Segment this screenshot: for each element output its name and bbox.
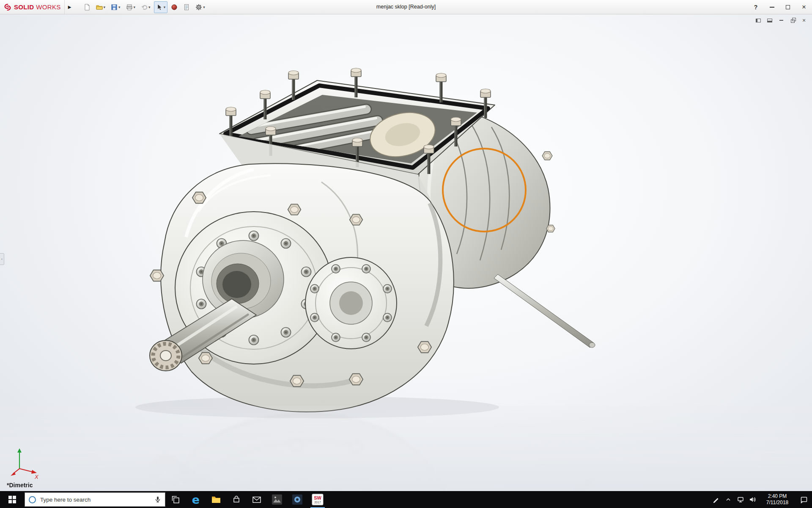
triad-y-arrow [17, 448, 22, 453]
window-caption-controls: ? × [748, 0, 812, 14]
minimize-icon [770, 7, 774, 8]
hidden-icons-button[interactable] [722, 491, 734, 508]
store-icon [233, 496, 240, 503]
pen-workspace-button[interactable] [710, 491, 722, 508]
file-explorer-button[interactable] [206, 491, 226, 508]
volume-button[interactable] [746, 491, 759, 508]
microphone-icon[interactable] [154, 496, 161, 503]
file-properties-button[interactable] [181, 1, 192, 13]
taskbar-clock[interactable]: 2:40 PM 7/11/2018 [759, 491, 796, 508]
close-button[interactable]: × [796, 0, 812, 14]
store-button[interactable] [226, 491, 247, 508]
rebuild-icon [171, 4, 178, 11]
rebuild-button[interactable] [169, 1, 180, 13]
document-pane-left-button[interactable] [754, 17, 762, 24]
titlebar: SOLIDWORKS ▶ ▾ [0, 0, 812, 14]
options-button[interactable]: ▾ [193, 1, 207, 13]
print-icon [126, 4, 133, 11]
view-orientation-label: *Dimetric [7, 482, 33, 489]
system-tray: 2:40 PM 7/11/2018 [710, 491, 812, 508]
solidworks-app-icon: SW 2017 [312, 494, 324, 505]
document-minimize-icon [779, 20, 783, 21]
options-dropdown-arrow[interactable]: ▾ [203, 5, 205, 9]
dassault-logo-icon [3, 3, 12, 11]
mail-button[interactable] [247, 491, 267, 508]
open-button[interactable]: ▾ [94, 1, 108, 13]
pane-bottom-icon [767, 19, 772, 22]
new-document-icon [84, 4, 91, 11]
select-dropdown-arrow[interactable]: ▾ [164, 5, 166, 9]
network-icon [737, 496, 744, 503]
action-center-button[interactable] [796, 491, 812, 508]
model-canvas[interactable] [0, 14, 812, 491]
save-button[interactable]: ▾ [109, 1, 123, 13]
task-view-icon [171, 495, 180, 504]
pinned-app-media-button[interactable] [287, 491, 307, 508]
solidworks-application: SOLIDWORKS ▶ ▾ [0, 0, 812, 508]
pane-left-icon [756, 19, 761, 22]
document-close-button[interactable]: × [800, 17, 808, 24]
save-dropdown-arrow[interactable]: ▾ [118, 5, 121, 9]
print-button[interactable]: ▾ [124, 1, 138, 13]
speaker-icon [749, 496, 756, 503]
collapsed-panel-tab[interactable]: ‹ [0, 253, 4, 265]
document-window-controls: × [754, 17, 808, 24]
solidworks-icon-year: 2017 [314, 501, 321, 504]
new-document-button[interactable] [82, 1, 93, 13]
open-folder-icon [96, 4, 103, 11]
file-properties-icon [183, 4, 190, 11]
menu-flyout-button[interactable]: ▶ [64, 0, 75, 14]
triad-x-arrow [31, 470, 37, 474]
chevron-up-icon [725, 496, 732, 503]
solidworks-icon-label: SW [314, 495, 321, 500]
gear-icon [195, 4, 202, 11]
media-app-icon [292, 494, 303, 505]
brand-text-works: WORKS [36, 3, 60, 11]
windows-taskbar: e [0, 491, 812, 508]
gearbox-3d-model[interactable] [150, 68, 595, 412]
document-restore-button[interactable] [789, 17, 796, 24]
print-dropdown-arrow[interactable]: ▾ [134, 5, 136, 9]
clock-date: 7/11/2018 [766, 500, 789, 506]
solidworks-brand: SOLIDWORKS [0, 3, 64, 11]
edge-icon: e [192, 494, 200, 505]
edge-button[interactable]: e [186, 491, 206, 508]
network-button[interactable] [734, 491, 746, 508]
maximize-icon [786, 5, 790, 9]
undo-dropdown-arrow[interactable]: ▾ [148, 5, 151, 9]
clock-time: 2:40 PM [768, 493, 787, 500]
search-input[interactable] [39, 496, 151, 503]
graphics-area[interactable]: × ‹ X *Dimetric [0, 14, 812, 491]
pen-icon [713, 496, 719, 503]
help-button[interactable]: ? [748, 0, 764, 14]
pinned-app-photos-button[interactable] [267, 491, 287, 508]
windows-logo-icon [8, 496, 16, 503]
triad-x-label: X [34, 474, 39, 480]
photos-app-icon [272, 494, 283, 505]
undo-button[interactable]: ▾ [139, 1, 153, 13]
select-button[interactable]: ▾ [154, 1, 168, 13]
action-center-icon [800, 496, 808, 503]
orientation-triad: X [7, 447, 42, 480]
solidworks-taskbar-button[interactable]: SW 2017 [307, 491, 328, 508]
maximize-button[interactable] [780, 0, 796, 14]
quick-access-toolbar: ▾ ▾ ▾ [75, 1, 207, 13]
minimize-button[interactable] [764, 0, 780, 14]
document-pane-bottom-button[interactable] [766, 17, 774, 24]
mail-icon [252, 497, 261, 503]
taskbar-search[interactable] [25, 492, 165, 507]
document-title: menjac sklop [Read-only] [376, 0, 436, 14]
select-cursor-icon [156, 4, 163, 11]
document-restore-icon [791, 19, 795, 23]
file-explorer-icon [211, 496, 221, 503]
cortana-icon [29, 496, 36, 503]
save-icon [111, 4, 118, 11]
start-button[interactable] [0, 491, 25, 508]
task-view-button[interactable] [165, 491, 186, 508]
document-minimize-button[interactable] [777, 17, 785, 24]
undo-icon [141, 4, 148, 11]
brand-text-solid: SOLID [14, 3, 34, 11]
open-dropdown-arrow[interactable]: ▾ [104, 5, 106, 9]
